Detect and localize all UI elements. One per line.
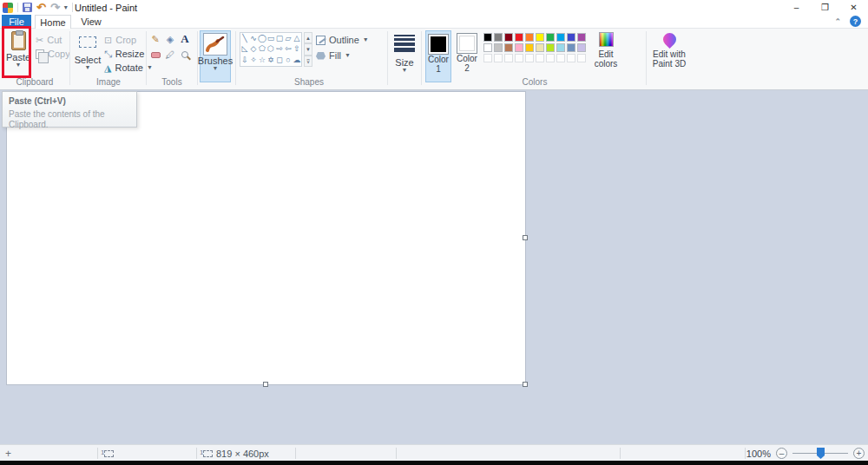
shape-four-point-star[interactable]: ✧ [249, 55, 258, 66]
pencil-tool-icon[interactable]: ✎ [149, 33, 161, 45]
size-dropdown-icon[interactable]: ▼ [402, 68, 408, 73]
shape-triangle[interactable]: △ [293, 33, 301, 44]
color-swatch-empty[interactable] [577, 54, 586, 62]
color1-button[interactable]: Color1 [425, 30, 451, 82]
color-swatch[interactable] [546, 43, 555, 52]
color-swatch[interactable] [494, 43, 503, 52]
color-swatch[interactable] [556, 43, 565, 52]
magnifier-tool-icon[interactable] [179, 49, 191, 61]
eraser-tool-icon[interactable] [149, 49, 161, 61]
paste-dropdown-icon[interactable]: ▼ [16, 62, 22, 68]
canvas-resize-handle-right[interactable] [523, 235, 528, 240]
color-swatch-empty[interactable] [483, 54, 492, 62]
brushes-button[interactable]: Brushes ▼ [200, 30, 231, 82]
brush-icon [203, 33, 227, 56]
zoom-in-button[interactable]: + [853, 448, 865, 459]
shape-cloud-callout[interactable]: ☁ [293, 55, 301, 66]
zoom-slider-thumb[interactable] [817, 448, 825, 459]
color-swatch-empty[interactable] [546, 54, 555, 62]
color-swatch[interactable] [515, 43, 523, 52]
shape-ellipse[interactable]: ◯ [258, 33, 266, 44]
shape-rectangle[interactable]: ▭ [266, 33, 275, 44]
resize-button[interactable]: ⤡ Resize [104, 48, 144, 60]
color2-button[interactable]: Color2 [454, 30, 480, 82]
color-swatch[interactable] [494, 33, 503, 42]
color-swatch[interactable] [536, 33, 544, 42]
undo-icon[interactable]: ↶ [36, 3, 46, 12]
color-swatch[interactable] [536, 43, 544, 52]
shape-rounded-rectangle[interactable]: ▢ [275, 33, 284, 44]
drawing-canvas[interactable] [7, 92, 525, 384]
collapse-ribbon-icon[interactable]: ⌃ [834, 17, 841, 26]
edit-colors-button[interactable]: Editcolors [589, 32, 622, 82]
fill-dropdown-icon[interactable]: ▼ [345, 53, 351, 58]
size-button[interactable]: Size ▼ [391, 31, 418, 79]
color-swatch[interactable] [567, 33, 575, 42]
shape-up-arrow[interactable]: ⇧ [293, 44, 301, 56]
shapes-more-icon[interactable]: ⊽ [304, 56, 312, 67]
zoom-slider[interactable] [792, 448, 848, 459]
shape-pentagon[interactable]: ⬠ [258, 44, 266, 56]
color-swatch[interactable] [483, 43, 492, 52]
fill-button[interactable]: Fill ▼ [316, 49, 351, 62]
color-swatch[interactable] [567, 43, 575, 52]
color-swatch-empty[interactable] [525, 54, 534, 62]
shape-rounded-callout[interactable]: ◻ [275, 55, 284, 66]
paint-app-icon[interactable] [3, 3, 13, 13]
shape-polygon[interactable]: ▱ [284, 33, 293, 44]
tab-home[interactable]: Home [35, 15, 71, 29]
color-swatch[interactable] [525, 33, 534, 42]
minimize-button[interactable]: – [782, 0, 811, 15]
color-swatch[interactable] [525, 43, 534, 52]
shapes-scroll-up-icon[interactable]: ▲ [304, 32, 312, 43]
tab-file[interactable]: File [2, 15, 31, 29]
shapes-scroll-down-icon[interactable]: ▼ [304, 43, 312, 55]
paste-button[interactable]: Paste ▼ [4, 31, 32, 79]
shape-right-triangle[interactable]: ◺ [240, 44, 249, 56]
color-swatch[interactable] [577, 33, 586, 42]
color-swatch[interactable] [504, 43, 513, 52]
color-swatch-empty[interactable] [504, 54, 513, 62]
save-icon[interactable] [23, 3, 32, 12]
shape-five-point-star[interactable]: ☆ [258, 55, 266, 66]
zoom-out-button[interactable]: – [776, 448, 787, 459]
brushes-dropdown-icon[interactable]: ▼ [213, 66, 219, 71]
outline-dropdown-icon[interactable]: ▼ [363, 37, 369, 43]
text-tool-icon[interactable]: A [179, 33, 191, 45]
color-swatch-empty[interactable] [556, 54, 565, 62]
select-dropdown-icon[interactable]: ▼ [85, 65, 91, 70]
outline-button[interactable]: Outline ▼ [316, 34, 369, 46]
color-swatch-empty[interactable] [515, 54, 523, 62]
select-button[interactable]: Select ▼ [74, 31, 102, 79]
color-swatch-empty[interactable] [536, 54, 544, 62]
color-swatch-empty[interactable] [494, 54, 503, 62]
restore-button[interactable]: ❐ [811, 0, 839, 15]
fill-with-color-tool-icon[interactable]: ◈ [164, 33, 176, 45]
color-swatch[interactable] [483, 33, 492, 42]
color-swatch[interactable] [504, 33, 513, 42]
rotate-dropdown-icon[interactable]: ▼ [147, 65, 153, 70]
shape-down-arrow[interactable]: ⇩ [240, 55, 249, 66]
help-icon[interactable]: ? [850, 16, 861, 27]
title-bar: ↶ ↷ ▾ Untitled - Paint – ❐ ✕ [0, 0, 868, 15]
shape-oval-callout[interactable]: ○ [284, 55, 293, 66]
edit-with-paint3d-button[interactable]: Edit withPaint 3D [649, 32, 689, 82]
color-swatch[interactable] [556, 33, 565, 42]
tab-view[interactable]: View [75, 15, 108, 29]
close-button[interactable]: ✕ [839, 0, 868, 15]
color-swatch[interactable] [546, 33, 555, 42]
color-picker-tool-icon[interactable]: 🖊 [164, 49, 176, 61]
shape-hexagon[interactable]: ⬡ [266, 44, 275, 56]
shape-curve[interactable]: ∿ [249, 33, 258, 44]
canvas-resize-handle-corner[interactable] [523, 382, 528, 387]
shape-left-arrow[interactable]: ⇦ [284, 44, 293, 56]
toolbar-customize-dropdown-icon[interactable]: ▾ [64, 3, 68, 11]
canvas-resize-handle-bottom[interactable] [263, 382, 268, 387]
shape-six-point-star[interactable]: ✡ [266, 55, 275, 66]
shape-right-arrow[interactable]: ⇨ [275, 44, 284, 56]
color-swatch[interactable] [515, 33, 523, 42]
color-swatch-empty[interactable] [567, 54, 575, 62]
shape-line[interactable]: ╲ [240, 33, 249, 44]
shape-diamond[interactable]: ◇ [249, 44, 258, 56]
color-swatch[interactable] [577, 43, 586, 52]
